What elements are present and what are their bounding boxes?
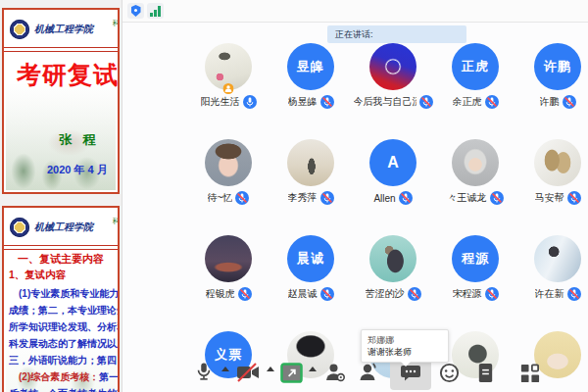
mic-on-icon <box>243 95 257 109</box>
share-screen-icon <box>280 363 303 383</box>
camera-off-icon <box>235 362 261 383</box>
participant-tile[interactable]: 々王诚龙 <box>434 139 516 205</box>
participant-name: 杨昱皞 <box>288 95 318 109</box>
participant-name: 李秀萍 <box>288 191 318 205</box>
slide-divider <box>4 245 118 250</box>
slides-panel: 机械工程学院 科 考研复试 张 程 2020 年 4 月 机械工程学院 科 一、… <box>0 0 122 392</box>
participant-avatar <box>369 43 416 90</box>
participant-name: 今后我与自己流... <box>354 95 416 109</box>
slide-content[interactable]: 机械工程学院 科 一、复试主要内容 1、复试内容 (1)专业素质和专业能力：第一… <box>2 206 120 392</box>
invite-button[interactable] <box>318 355 353 390</box>
participant-tile[interactable]: 程银虎 <box>187 235 270 301</box>
slide-body-line: 成绩；第二，本专业理论知识和实 <box>9 302 118 318</box>
avatar-initials: A <box>387 154 399 172</box>
slide-body: (1)专业素质和专业能力：第一成绩；第二，本专业理论知识和实所学知识理论发现、分… <box>9 285 118 392</box>
network-status-button[interactable] <box>147 3 164 19</box>
participant-avatar <box>369 235 416 282</box>
participant-tile[interactable]: 苦涩的沙 <box>352 235 434 301</box>
participant-tile[interactable]: 昱皞杨昱皞 <box>270 43 352 109</box>
signal-bars-icon <box>150 6 161 17</box>
participant-tile[interactable]: AAllen <box>352 139 434 205</box>
mic-muted-icon <box>563 95 576 109</box>
participant-tile[interactable]: 待~忆 <box>187 139 270 205</box>
participant-name: 马安帮 <box>535 191 564 205</box>
slide-header-right-text: 科 <box>113 18 120 28</box>
mic-muted-icon <box>320 95 334 109</box>
host-badge-icon <box>223 83 234 94</box>
participant-tile[interactable]: 马安帮 <box>516 139 588 205</box>
chat-preview-tooltip: 郑娜娜 谢谢张老师 <box>361 329 449 363</box>
slide-divider <box>4 47 118 52</box>
participant-avatar <box>205 235 252 282</box>
layout-button[interactable] <box>512 355 547 390</box>
mic-muted-icon <box>485 95 499 109</box>
slide-title: 考研复试 <box>17 59 119 91</box>
conference-panel: 正在讲话: 阳光生活昱皞杨昱皞今后我与自己流...正虎余正虎许鹏许鹏待~忆李秀萍… <box>122 0 588 392</box>
avatar-initials: 昱皞 <box>297 58 324 75</box>
slide-cover[interactable]: 机械工程学院 科 考研复试 张 程 2020 年 4 月 <box>2 8 120 194</box>
slide-header-right-text: 科 <box>113 216 120 226</box>
school-logo-icon <box>10 20 29 39</box>
slide-header: 机械工程学院 科 <box>4 10 118 44</box>
participant-name: 许鹏 <box>540 95 560 109</box>
mic-options-arrow[interactable] <box>221 367 229 371</box>
participant-name: 待~忆 <box>208 191 233 205</box>
tooltip-arrow <box>401 362 411 367</box>
mic-icon <box>193 361 215 384</box>
mic-muted-icon <box>238 287 252 301</box>
slide-body-line: (1)专业素质和专业能力：第一 <box>9 285 118 302</box>
mic-muted-icon <box>490 191 504 205</box>
participant-avatar <box>452 139 499 186</box>
mic-muted-icon <box>235 191 249 205</box>
participant-name: 赵晨诚 <box>288 287 318 301</box>
slide-body-line: (2)综合素质考核：第一，考生 <box>9 368 118 385</box>
participant-name: 苦涩的沙 <box>366 287 405 301</box>
participant-tile[interactable]: 程源宋程源 <box>434 235 516 301</box>
mic-muted-icon <box>485 287 499 301</box>
participant-avatar <box>534 139 581 186</box>
avatar-initials: 晨诚 <box>297 250 324 268</box>
mic-button[interactable] <box>186 355 221 390</box>
participant-avatar <box>205 43 252 90</box>
slide-date: 2020 年 4 月 <box>47 163 108 177</box>
share-screen-options-arrow[interactable] <box>309 367 317 371</box>
slide-header: 机械工程学院 科 <box>4 208 118 242</box>
meeting-security-button[interactable] <box>127 3 144 19</box>
mic-muted-icon <box>567 191 581 205</box>
participant-tile[interactable]: 正虎余正虎 <box>434 43 516 109</box>
invite-icon <box>323 361 347 384</box>
school-name: 机械工程学院 <box>34 220 93 234</box>
school-name: 机械工程学院 <box>34 23 93 36</box>
slide-body-line: 科发展动态的了解情况以及在本专 <box>9 335 118 352</box>
participant-tile[interactable]: 李秀萍 <box>270 139 352 205</box>
participant-tile[interactable]: 今后我与自己流... <box>352 43 434 109</box>
mic-muted-icon <box>320 191 334 205</box>
participant-tile[interactable]: 许鹏许鹏 <box>516 43 588 109</box>
members-icon <box>357 361 380 384</box>
chat-sender: 郑娜娜 <box>368 334 442 346</box>
slide-body-line: 所学知识理论发现、分析和解决专 <box>9 318 118 335</box>
participant-name: 许在新 <box>535 287 564 301</box>
participant-tile[interactable]: 阳光生活 <box>187 43 270 109</box>
participant-avatar <box>534 235 581 282</box>
mic-muted-icon <box>399 191 413 205</box>
participant-name: Allen <box>373 193 395 204</box>
participant-avatar <box>205 139 252 186</box>
participant-avatar <box>287 139 334 186</box>
layout-icon <box>518 362 541 384</box>
school-logo-icon <box>10 218 29 237</box>
docs-button[interactable] <box>467 355 503 390</box>
mic-muted-icon <box>408 287 421 301</box>
share-screen-button[interactable] <box>273 355 309 390</box>
meeting-toolbar: 35 <box>122 351 588 392</box>
participant-tile[interactable]: 许在新 <box>516 235 588 301</box>
avatar-initials: 程源 <box>462 250 489 268</box>
participant-name: 阳光生活 <box>201 95 240 109</box>
participant-tile[interactable]: 晨诚赵晨诚 <box>270 235 352 301</box>
slide-body-line: 质考核．全面考核考生的政治态度 <box>9 385 118 392</box>
participant-avatar: 晨诚 <box>287 235 334 282</box>
camera-off-button[interactable] <box>230 355 266 390</box>
avatar-initials: 许鹏 <box>544 58 571 75</box>
slide-presenter: 张 程 <box>59 131 100 149</box>
avatar-initials: 正虎 <box>462 58 489 75</box>
